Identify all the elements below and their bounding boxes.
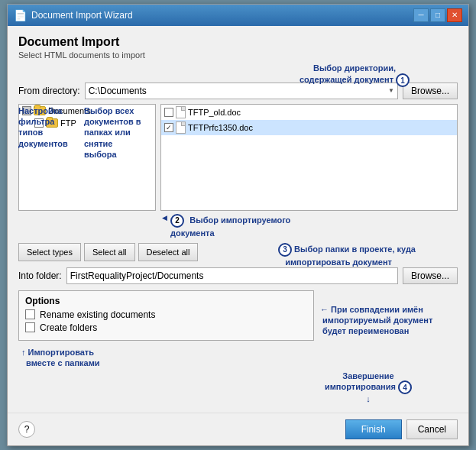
documents-label: Documents bbox=[48, 106, 91, 115]
tree-item-tftp-rfc[interactable]: ✓ TFTPrfc1350.doc bbox=[161, 120, 457, 135]
annotation-2: ◀ 2 Выбор импортируемогодокумента bbox=[162, 214, 456, 238]
ftp-checkbox[interactable] bbox=[34, 118, 44, 128]
annotation-2-text: Выбор импортируемогодокумента bbox=[170, 215, 290, 238]
finish-button[interactable]: Finish bbox=[345, 419, 402, 439]
create-folders-label: Create folders bbox=[40, 322, 97, 333]
header-subtitle: Select HTML documents to import bbox=[18, 50, 458, 60]
annotation-3-circle: 3 bbox=[278, 243, 292, 257]
annotation-4-text: Завершениеимпортирования 4 ↓ bbox=[325, 371, 412, 403]
annotation-3-text: 3 Выбор папки в проекте, куда импортиров… bbox=[278, 243, 416, 267]
right-file-panel[interactable]: TFTP_old.doc ✓ TFTPrfc1350.doc bbox=[160, 104, 458, 211]
options-section: Options Rename existing documents Create… bbox=[18, 290, 458, 369]
annotation-2-arrow: ◀ bbox=[162, 214, 167, 222]
rename-option[interactable]: Rename existing documents bbox=[25, 309, 307, 320]
combo-arrow-icon: ▼ bbox=[388, 87, 394, 94]
options-group: Options Rename existing documents Create… bbox=[18, 290, 314, 341]
documents-checkbox[interactable] bbox=[22, 106, 31, 115]
create-folders-option[interactable]: Create folders bbox=[25, 322, 307, 333]
annotation-rename-text: ← При совпадении имён импортируемый доку… bbox=[320, 290, 458, 337]
close-button[interactable]: ✕ bbox=[447, 8, 462, 22]
documents-folder-icon bbox=[34, 106, 46, 115]
title-bar-left: 📄 Document Import Wizard bbox=[14, 9, 133, 21]
tftp-rfc-icon bbox=[176, 121, 186, 134]
left-file-panel[interactable]: Documents FTP bbox=[18, 104, 156, 211]
select-types-button[interactable]: Select types bbox=[18, 243, 81, 261]
tree-item-ftp[interactable]: FTP bbox=[19, 117, 155, 129]
title-bar: 📄 Document Import Wizard ─ □ ✕ bbox=[8, 5, 468, 26]
into-folder-label: Into folder: bbox=[18, 270, 62, 281]
tree-item-tftp-old[interactable]: TFTP_old.doc bbox=[161, 105, 457, 120]
into-folder-input[interactable] bbox=[66, 267, 398, 284]
rename-label: Rename existing documents bbox=[40, 309, 155, 320]
options-legend: Options bbox=[25, 296, 307, 306]
title-buttons: ─ □ ✕ bbox=[413, 8, 462, 22]
rename-checkbox[interactable] bbox=[25, 309, 35, 319]
deselect-all-button[interactable]: Deselect all bbox=[138, 243, 199, 261]
annotation-folders-text: ↑ Импортировать вместе с папками bbox=[18, 347, 314, 369]
main-content: Document Import Select HTML documents to… bbox=[8, 26, 468, 413]
tftp-rfc-checkbox[interactable]: ✓ bbox=[164, 123, 173, 132]
tftp-rfc-label: TFTPrfc1350.doc bbox=[188, 123, 253, 132]
into-folder-row: Into folder: Browse... bbox=[18, 267, 458, 284]
window-icon: 📄 bbox=[14, 9, 27, 21]
ftp-folder-icon bbox=[46, 118, 58, 128]
annotation-2-area: ◀ 2 Выбор импортируемогодокумента bbox=[160, 211, 458, 238]
select-all-button[interactable]: Select all bbox=[84, 243, 135, 261]
bottom-right: Finish Cancel bbox=[345, 419, 458, 439]
annotation-1-text: Выбор директории,содержащей документ 1 bbox=[293, 63, 416, 87]
minimize-button[interactable]: ─ bbox=[413, 8, 429, 22]
annotation-4-circle: 4 bbox=[398, 380, 412, 394]
tftp-old-checkbox[interactable] bbox=[164, 108, 173, 117]
from-dir-label: From directory: bbox=[18, 86, 80, 96]
right-panel-container: TFTP_old.doc ✓ TFTPrfc1350.doc ◀ bbox=[160, 104, 458, 238]
annotation-2-content: 2 Выбор импортируемогодокумента bbox=[170, 214, 290, 238]
tftp-old-label: TFTP_old.doc bbox=[188, 108, 241, 117]
panels-row: Documents FTP TFTP_old.doc bbox=[18, 104, 458, 238]
bottom-bar: ? Finish Cancel bbox=[8, 413, 468, 445]
cancel-button[interactable]: Cancel bbox=[406, 419, 458, 439]
maximize-button[interactable]: □ bbox=[430, 8, 445, 22]
tftp-old-icon bbox=[176, 106, 186, 118]
from-dir-value: C:\Documents bbox=[89, 86, 147, 96]
tree-item-documents[interactable]: Documents bbox=[19, 105, 155, 117]
annotation-1-circle: 1 bbox=[396, 73, 410, 87]
main-window: 📄 Document Import Wizard ─ □ ✕ Document … bbox=[7, 4, 469, 447]
panels-section: Documents FTP TFTP_old.doc bbox=[18, 104, 458, 238]
header-title: Document Import bbox=[18, 35, 458, 49]
annotation-4-area: Завершениеимпортирования 4 ↓ bbox=[18, 371, 458, 403]
options-left: Options Rename existing documents Create… bbox=[18, 290, 314, 369]
create-folders-checkbox[interactable] bbox=[25, 322, 35, 332]
window-title: Document Import Wizard bbox=[31, 10, 133, 21]
ftp-label: FTP bbox=[60, 118, 76, 128]
help-button[interactable]: ? bbox=[18, 421, 35, 438]
annotation-2-circle: 2 bbox=[170, 214, 184, 228]
browse-folder-button[interactable]: Browse... bbox=[403, 267, 458, 284]
